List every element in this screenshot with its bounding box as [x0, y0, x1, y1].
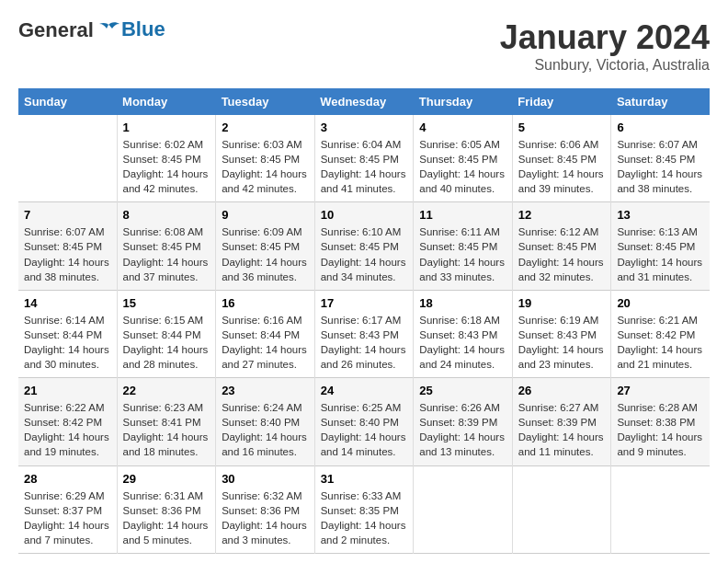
- calendar-cell: 1Sunrise: 6:02 AMSunset: 8:45 PMDaylight…: [117, 115, 216, 202]
- day-number: 10: [321, 208, 408, 222]
- day-number: 29: [123, 472, 210, 486]
- calendar-cell: 9Sunrise: 6:09 AMSunset: 8:45 PMDaylight…: [216, 202, 315, 290]
- cell-line: and 13 minutes.: [419, 444, 506, 459]
- calendar-cell: 25Sunrise: 6:26 AMSunset: 8:39 PMDayligh…: [414, 378, 513, 465]
- calendar-cell: 20Sunrise: 6:21 AMSunset: 8:42 PMDayligh…: [611, 290, 710, 377]
- cell-line: and 23 minutes.: [518, 357, 606, 372]
- calendar-cell: [414, 465, 513, 553]
- cell-line: and 39 minutes.: [518, 181, 606, 196]
- cell-line: and 2 minutes.: [321, 533, 408, 547]
- title-block: January 2024 Sunbury, Victoria, Australi…: [500, 18, 710, 74]
- calendar-cell: 23Sunrise: 6:24 AMSunset: 8:40 PMDayligh…: [216, 378, 315, 465]
- cell-line: Daylight: 14 hours: [24, 518, 111, 533]
- cell-line: Daylight: 14 hours: [419, 430, 506, 444]
- day-header-wednesday: Wednesday: [314, 88, 414, 115]
- cell-line: Daylight: 14 hours: [321, 430, 408, 444]
- cell-line: Daylight: 14 hours: [123, 167, 210, 181]
- calendar-cell: 17Sunrise: 6:17 AMSunset: 8:43 PMDayligh…: [314, 290, 414, 377]
- cell-line: Sunset: 8:45 PM: [419, 152, 506, 167]
- cell-line: Daylight: 14 hours: [222, 430, 309, 444]
- calendar-cell: 7Sunrise: 6:07 AMSunset: 8:45 PMDaylight…: [18, 202, 117, 290]
- cell-line: Sunset: 8:44 PM: [222, 327, 309, 342]
- day-header-tuesday: Tuesday: [216, 88, 315, 115]
- cell-line: Sunrise: 6:16 AM: [222, 313, 309, 327]
- cell-line: Sunrise: 6:25 AM: [321, 400, 408, 415]
- day-header-thursday: Thursday: [414, 88, 513, 115]
- day-number: 9: [222, 208, 309, 222]
- calendar-cell: 2Sunrise: 6:03 AMSunset: 8:45 PMDaylight…: [216, 115, 315, 202]
- logo-text: General: [18, 18, 121, 41]
- calendar-cell: 13Sunrise: 6:13 AMSunset: 8:45 PMDayligh…: [611, 202, 710, 290]
- cell-line: and 31 minutes.: [617, 270, 704, 284]
- calendar-cell: 10Sunrise: 6:10 AMSunset: 8:45 PMDayligh…: [314, 202, 414, 290]
- page-header: General Blue January 2024 Sunbury, Victo…: [18, 18, 710, 74]
- cell-line: Daylight: 14 hours: [617, 255, 704, 270]
- cell-line: Sunset: 8:45 PM: [24, 239, 111, 254]
- cell-line: Daylight: 14 hours: [123, 255, 210, 270]
- cell-line: Sunset: 8:42 PM: [617, 327, 704, 342]
- cell-line: and 7 minutes.: [24, 533, 111, 547]
- cell-line: and 41 minutes.: [321, 181, 408, 196]
- cell-line: Daylight: 14 hours: [222, 342, 309, 357]
- day-number: 28: [24, 472, 111, 486]
- day-number: 26: [518, 384, 606, 397]
- cell-line: Sunset: 8:45 PM: [321, 239, 408, 254]
- main-title: January 2024: [500, 18, 710, 57]
- cell-line: Sunrise: 6:07 AM: [24, 224, 111, 239]
- cell-line: Sunset: 8:41 PM: [123, 415, 210, 430]
- logo-blue: Blue: [121, 17, 165, 40]
- cell-line: Daylight: 14 hours: [123, 518, 210, 533]
- cell-line: and 33 minutes.: [419, 270, 506, 284]
- cell-line: Sunset: 8:45 PM: [321, 152, 408, 167]
- day-number: 25: [419, 384, 506, 397]
- calendar-cell: 11Sunrise: 6:11 AMSunset: 8:45 PMDayligh…: [414, 202, 513, 290]
- calendar-cell: [512, 465, 611, 553]
- cell-line: Sunrise: 6:05 AM: [419, 137, 506, 152]
- cell-line: Sunrise: 6:19 AM: [518, 313, 606, 327]
- cell-line: and 27 minutes.: [222, 357, 309, 372]
- cell-line: Daylight: 14 hours: [321, 342, 408, 357]
- cell-line: and 32 minutes.: [518, 270, 606, 284]
- cell-line: and 30 minutes.: [24, 357, 111, 372]
- logo-bird-icon: [96, 21, 121, 41]
- calendar-cell: 18Sunrise: 6:18 AMSunset: 8:43 PMDayligh…: [414, 290, 513, 377]
- cell-line: Sunrise: 6:06 AM: [518, 137, 606, 152]
- cell-line: Daylight: 14 hours: [617, 430, 704, 444]
- calendar-cell: 22Sunrise: 6:23 AMSunset: 8:41 PMDayligh…: [117, 378, 216, 465]
- calendar-week-3: 14Sunrise: 6:14 AMSunset: 8:44 PMDayligh…: [18, 290, 710, 377]
- cell-line: Daylight: 14 hours: [24, 342, 111, 357]
- calendar-cell: 24Sunrise: 6:25 AMSunset: 8:40 PMDayligh…: [314, 378, 414, 465]
- cell-line: and 38 minutes.: [24, 270, 111, 284]
- cell-line: and 19 minutes.: [24, 444, 111, 459]
- day-number: 20: [617, 296, 704, 310]
- cell-line: Sunset: 8:38 PM: [617, 415, 704, 430]
- cell-line: Sunrise: 6:02 AM: [123, 137, 210, 152]
- calendar-week-2: 7Sunrise: 6:07 AMSunset: 8:45 PMDaylight…: [18, 202, 710, 290]
- cell-line: Daylight: 14 hours: [321, 518, 408, 533]
- calendar-week-1: 1Sunrise: 6:02 AMSunset: 8:45 PMDaylight…: [18, 115, 710, 202]
- cell-line: Daylight: 14 hours: [617, 167, 704, 181]
- cell-line: Sunset: 8:44 PM: [24, 327, 111, 342]
- cell-line: Sunrise: 6:07 AM: [617, 137, 704, 152]
- cell-line: Sunset: 8:45 PM: [222, 152, 309, 167]
- day-number: 18: [419, 296, 506, 310]
- calendar-cell: 8Sunrise: 6:08 AMSunset: 8:45 PMDaylight…: [117, 202, 216, 290]
- cell-line: Daylight: 14 hours: [518, 430, 606, 444]
- cell-line: Sunset: 8:45 PM: [222, 239, 309, 254]
- cell-line: Sunrise: 6:12 AM: [518, 224, 606, 239]
- day-number: 2: [222, 121, 309, 134]
- cell-line: and 40 minutes.: [419, 181, 506, 196]
- day-number: 21: [24, 384, 111, 397]
- day-number: 5: [518, 121, 606, 134]
- day-number: 17: [321, 296, 408, 310]
- cell-line: and 42 minutes.: [123, 181, 210, 196]
- day-number: 15: [123, 296, 210, 310]
- cell-line: Sunrise: 6:24 AM: [222, 400, 309, 415]
- subtitle: Sunbury, Victoria, Australia: [500, 57, 710, 74]
- cell-line: Daylight: 14 hours: [419, 255, 506, 270]
- cell-line: Daylight: 14 hours: [518, 342, 606, 357]
- cell-line: Sunrise: 6:10 AM: [321, 224, 408, 239]
- cell-line: Sunset: 8:36 PM: [123, 503, 210, 518]
- calendar-header-row: SundayMondayTuesdayWednesdayThursdayFrid…: [18, 88, 710, 115]
- calendar-cell: [611, 465, 710, 553]
